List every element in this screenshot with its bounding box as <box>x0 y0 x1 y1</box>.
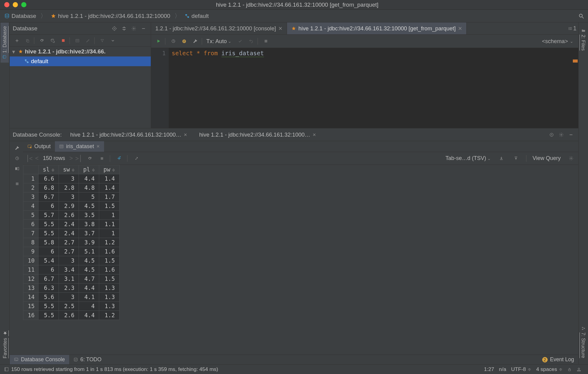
compare-icon[interactable] <box>13 164 21 173</box>
cell-value[interactable]: 1.4 <box>99 183 119 192</box>
stop-icon[interactable] <box>59 36 67 45</box>
cell-value[interactable]: 6 <box>39 265 59 274</box>
table-row[interactable]: 126.73.14.71.5 <box>23 274 120 284</box>
table-row[interactable]: 962.75.11.6 <box>23 247 120 256</box>
cell-value[interactable]: 5.8 <box>39 238 59 247</box>
structure-tool-tab[interactable]: 7: Structure <box>579 323 587 362</box>
cell-value[interactable]: 4.4 <box>79 284 99 293</box>
caret-position[interactable]: 1:27 <box>482 366 496 372</box>
cell-value[interactable]: 1 <box>99 229 119 238</box>
gear-icon[interactable] <box>130 24 138 33</box>
column-header[interactable]: pl≑ <box>79 165 99 174</box>
output-tab[interactable]: Output <box>23 141 55 152</box>
upload-icon[interactable] <box>512 154 520 163</box>
stop-icon[interactable] <box>13 179 21 188</box>
cell-value[interactable]: 1.6 <box>99 265 119 274</box>
line-sep[interactable]: n/a <box>497 366 509 372</box>
cell-value[interactable]: 5.7 <box>39 211 59 220</box>
prev-page-icon[interactable]: < <box>35 155 39 162</box>
cell-value[interactable]: 1.1 <box>99 220 119 229</box>
export-format[interactable]: Tab-se…d (TSV) ⌄ <box>445 155 491 162</box>
close-window-icon[interactable] <box>4 2 9 7</box>
gear-icon[interactable] <box>557 131 566 139</box>
tree-schema[interactable]: default <box>10 56 151 66</box>
cell-value[interactable]: 6.8 <box>39 183 59 192</box>
column-header[interactable]: sl≑ <box>39 165 59 174</box>
table-row[interactable]: 136.32.34.41.3 <box>23 284 120 293</box>
cell-value[interactable]: 3.5 <box>79 211 99 220</box>
table-icon[interactable] <box>73 36 82 45</box>
cell-value[interactable]: 1.2 <box>99 311 119 320</box>
cell-value[interactable]: 4.4 <box>79 174 99 183</box>
cell-value[interactable]: 6.7 <box>39 274 59 284</box>
history-icon[interactable] <box>169 37 177 46</box>
console-tab-1[interactable]: hive 1.2.1 - jdbc:hive2://34.66.161.32:1… <box>67 131 190 138</box>
cell-value[interactable]: 5.6 <box>39 293 59 302</box>
database-console-tool[interactable]: Database Console <box>10 355 69 364</box>
table-row[interactable]: 165.52.64.41.2 <box>23 311 120 320</box>
files-tool-tab[interactable]: 2: Files <box>579 25 587 54</box>
cell-value[interactable]: 1 <box>99 211 119 220</box>
cell-value[interactable]: 1.5 <box>99 202 119 211</box>
cell-value[interactable]: 6 <box>39 202 59 211</box>
sql-code[interactable]: select * from iris_dataset <box>169 48 267 128</box>
cell-value[interactable]: 1.5 <box>99 256 119 265</box>
target-icon[interactable] <box>110 24 119 33</box>
cell-value[interactable]: 6.3 <box>39 284 59 293</box>
copy-icon[interactable] <box>23 36 32 45</box>
cell-value[interactable]: 2.4 <box>59 220 79 229</box>
pin-icon[interactable] <box>132 154 141 163</box>
last-page-icon[interactable]: >⎮ <box>75 155 82 162</box>
table-row[interactable]: 462.94.51.5 <box>23 202 120 211</box>
cell-value[interactable]: 5.1 <box>79 247 99 256</box>
cell-value[interactable]: 1.3 <box>99 293 119 302</box>
members-icon[interactable]: 1 <box>568 25 576 32</box>
inspector-icon[interactable] <box>574 367 584 372</box>
lock-icon[interactable] <box>565 367 574 372</box>
table-row[interactable]: 26.82.84.81.4 <box>23 183 120 192</box>
tree-datasource[interactable]: ▾ hive 1.2.1 - jdbc:hive2://34.66. <box>10 47 151 56</box>
add-icon[interactable] <box>13 36 21 45</box>
editor-tab-get-from-parquet[interactable]: hive 1.2.1 - jdbc:hive2://34.66.161.32:1… <box>287 22 467 34</box>
breadcrumb-connection[interactable]: hive 1.2.1 - jdbc:hive2://34.66.161.32:1… <box>49 13 172 19</box>
cell-value[interactable]: 1.6 <box>99 247 119 256</box>
cell-value[interactable]: 4.4 <box>79 311 99 320</box>
editor-tab-console[interactable]: 1.2.1 - jdbc:hive2://34.66.161.32:10000 … <box>151 22 287 34</box>
minimize-window-icon[interactable] <box>13 2 18 7</box>
cell-value[interactable]: 5.5 <box>39 220 59 229</box>
tx-mode[interactable]: Tx: Auto ⌄ <box>204 38 233 45</box>
close-icon[interactable]: × <box>458 25 462 32</box>
cell-value[interactable]: 1.4 <box>99 174 119 183</box>
cell-value[interactable]: 6 <box>39 247 59 256</box>
database-tool-tab[interactable]: 1: Database <box>1 22 9 63</box>
table-row[interactable]: 75.52.43.71 <box>23 229 120 238</box>
table-row[interactable]: 36.7351.7 <box>23 192 120 202</box>
cell-value[interactable]: 2.7 <box>59 247 79 256</box>
cell-value[interactable]: 4.8 <box>79 183 99 192</box>
table-row[interactable]: 65.52.43.81.1 <box>23 220 120 229</box>
cell-value[interactable]: 1.2 <box>99 238 119 247</box>
cell-value[interactable]: 6.7 <box>39 192 59 202</box>
more-icon[interactable] <box>109 36 117 45</box>
cell-value[interactable]: 2.7 <box>59 238 79 247</box>
split-icon[interactable] <box>120 24 128 33</box>
minimize-icon[interactable] <box>139 24 148 33</box>
gear-icon[interactable] <box>567 154 575 163</box>
editor-body[interactable]: 1 select * from iris_dataset <box>151 48 578 128</box>
close-icon[interactable]: × <box>279 25 282 32</box>
refresh-icon[interactable] <box>38 36 46 45</box>
table-row[interactable]: 16.634.41.4 <box>23 174 120 183</box>
cell-value[interactable]: 3 <box>59 174 79 183</box>
cell-value[interactable]: 2.6 <box>59 311 79 320</box>
table-row[interactable]: 55.72.63.51 <box>23 211 120 220</box>
download-icon[interactable] <box>497 154 505 163</box>
cell-value[interactable]: 3.9 <box>79 238 99 247</box>
stop-icon[interactable] <box>98 154 106 163</box>
cell-value[interactable]: 3 <box>59 293 79 302</box>
target-icon[interactable] <box>547 131 556 139</box>
event-log-tool[interactable]: 2 Event Log <box>538 355 578 364</box>
cell-value[interactable]: 4.1 <box>79 293 99 302</box>
table-row[interactable]: 85.82.73.91.2 <box>23 238 120 247</box>
breadcrumb-schema[interactable]: default <box>183 13 211 19</box>
cell-value[interactable]: 5.5 <box>39 302 59 311</box>
